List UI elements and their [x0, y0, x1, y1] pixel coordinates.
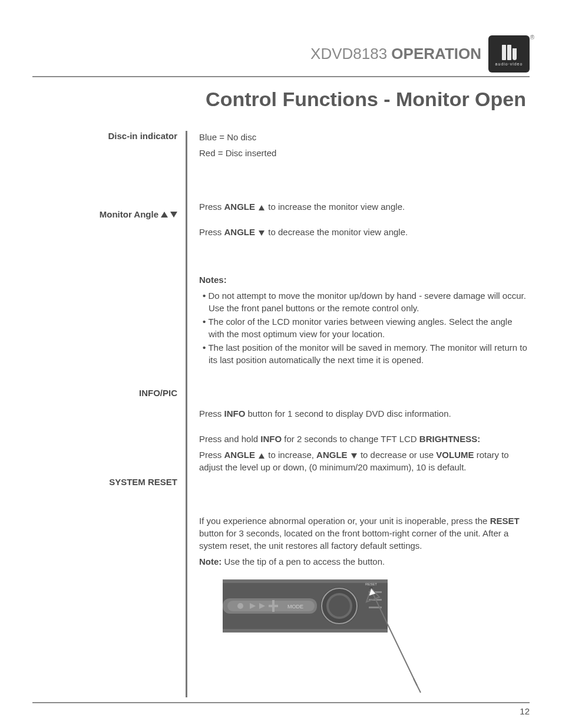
page-number: 12: [520, 706, 530, 716]
svg-line-20: [414, 678, 421, 693]
logo-bars-icon: [502, 42, 517, 60]
angle-increase: Press ANGLE to increase the monitor view…: [199, 200, 530, 213]
page-header: XDVD8183 OPERATION ® audio·video: [32, 35, 530, 73]
notes-block: Notes: Do not attempt to move the monito…: [199, 274, 530, 366]
info-line2: Press and hold INFO for 2 seconds to cha…: [199, 433, 530, 445]
registered-mark-icon: ®: [530, 34, 534, 41]
footer-divider: [32, 702, 530, 703]
triangle-up-icon: [259, 453, 265, 459]
disc-in-blue: Blue = No disc: [199, 131, 530, 143]
info-line1: Press INFO button for 1 second to displa…: [199, 407, 530, 420]
note-item: The last position of the monitor will be…: [199, 341, 530, 366]
svg-text:MODE: MODE: [287, 604, 303, 610]
reset-diagram-icon: MODE RESET: [223, 579, 423, 697]
section-title: Control Functions - Monitor Open: [32, 88, 530, 111]
label-info-pic: INFO/PIC: [32, 388, 177, 398]
label-monitor-angle: Monitor Angle: [32, 209, 177, 219]
descriptions-column: Blue = No disc Red = Disc inserted Press…: [199, 131, 530, 697]
note-item: Do not attempt to move the monitor up/do…: [199, 289, 530, 314]
disc-in-red: Red = Disc inserted: [199, 147, 530, 159]
content-area: Disc-in indicator Monitor Angle INFO/PIC…: [32, 131, 530, 697]
info-pic-section: Press INFO button for 1 second to displa…: [199, 407, 530, 473]
reset-note: Note: Use the tip of a pen to access the…: [199, 555, 530, 568]
triangle-down-icon: [170, 212, 177, 218]
logo-subtext: audio·video: [495, 62, 523, 66]
triangle-up-icon: [259, 205, 265, 210]
svg-point-13: [329, 595, 350, 617]
svg-line-19: [371, 590, 417, 686]
device-illustration: MODE RESET: [223, 579, 423, 697]
notes-heading: Notes:: [199, 275, 227, 285]
monitor-angle-section: Press ANGLE to increase the monitor view…: [199, 200, 530, 366]
info-line3: Press ANGLE to increase, ANGLE to decrea…: [199, 449, 530, 473]
disc-in-section: Blue = No disc Red = Disc inserted: [199, 131, 530, 159]
svg-rect-8: [269, 605, 278, 607]
header-title: XDVD8183 OPERATION: [310, 45, 481, 63]
operation-label: OPERATION: [391, 45, 481, 62]
brand-logo: ® audio·video: [488, 35, 530, 73]
label-disc-in: Disc-in indicator: [32, 131, 177, 141]
svg-text:RESET: RESET: [365, 582, 377, 586]
model-number: XDVD8183: [310, 45, 387, 62]
triangle-down-icon: [351, 453, 357, 459]
triangle-down-icon: [259, 230, 265, 236]
vertical-divider: [186, 131, 187, 697]
header-divider: [32, 76, 530, 77]
note-item: The color of the LCD monitor varies betw…: [199, 315, 530, 340]
reset-text: If you experience abnormal operation or,…: [199, 515, 530, 552]
system-reset-section: If you experience abnormal operation or,…: [199, 515, 530, 697]
labels-column: Disc-in indicator Monitor Angle INFO/PIC…: [32, 131, 186, 697]
triangle-up-icon: [161, 212, 168, 218]
svg-point-4: [237, 603, 243, 609]
label-system-reset: SYSTEM RESET: [32, 477, 177, 487]
angle-decrease: Press ANGLE to decrease the monitor view…: [199, 226, 530, 238]
